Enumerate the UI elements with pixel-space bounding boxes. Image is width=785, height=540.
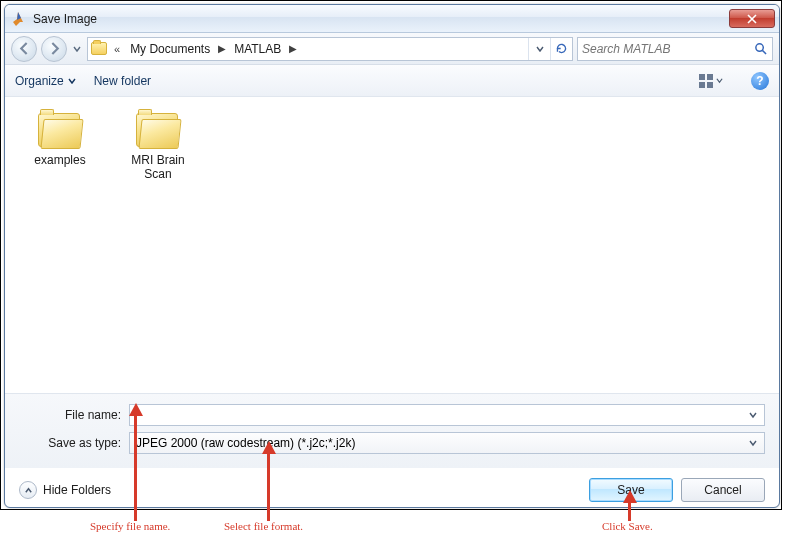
address-dropdown[interactable]: [528, 38, 550, 60]
arrow-right-icon: [48, 42, 61, 55]
save-form: File name: Save as type: JPEG 2000 (raw …: [5, 393, 779, 468]
chevron-down-icon: [536, 45, 544, 53]
forward-button[interactable]: [41, 36, 67, 62]
organize-menu[interactable]: Organize: [15, 74, 76, 88]
folder-icon: [88, 38, 110, 60]
refresh-icon: [555, 42, 568, 55]
chevron-down-icon: [73, 45, 81, 53]
filename-field[interactable]: [129, 404, 765, 426]
search-box[interactable]: [577, 37, 773, 61]
file-list[interactable]: examples MRI Brain Scan: [5, 97, 779, 393]
chevron-down-icon: [749, 411, 757, 419]
chevron-right-icon: ▶: [216, 43, 228, 54]
folder-mri-brain-scan[interactable]: MRI Brain Scan: [121, 109, 195, 182]
chevron-down-icon: [68, 77, 76, 85]
nav-history-dropdown[interactable]: [71, 45, 83, 53]
svg-line-3: [762, 50, 766, 54]
organize-label: Organize: [15, 74, 64, 88]
view-options-button[interactable]: [695, 71, 727, 91]
action-bar: Hide Folders Save Cancel: [5, 468, 779, 508]
nav-bar: « My Documents ▶ MATLAB ▶: [5, 33, 779, 65]
matlab-icon: [11, 11, 27, 27]
annotation-label-filetype: Select file format.: [224, 520, 303, 532]
filename-input[interactable]: [134, 408, 746, 422]
chevron-down-icon: [716, 77, 723, 84]
search-icon: [752, 41, 768, 57]
crumb-prefix: «: [110, 43, 124, 55]
filetype-value: JPEG 2000 (raw codestream) (*.j2c;*.j2k): [134, 436, 746, 450]
filetype-dropdown[interactable]: [746, 439, 760, 447]
folder-icon: [36, 109, 84, 149]
grid-icon: [699, 74, 713, 88]
address-bar[interactable]: « My Documents ▶ MATLAB ▶: [87, 37, 573, 61]
folder-label: examples: [34, 153, 85, 167]
titlebar: Save Image: [5, 5, 779, 33]
chevron-down-icon: [749, 439, 757, 447]
help-button[interactable]: ?: [751, 72, 769, 90]
filename-dropdown[interactable]: [746, 411, 760, 419]
back-button[interactable]: [11, 36, 37, 62]
toolbar: Organize New folder ?: [5, 65, 779, 97]
hide-folders-label: Hide Folders: [43, 483, 111, 497]
folder-examples[interactable]: examples: [23, 109, 97, 167]
annotation-label-filename: Specify file name.: [90, 520, 170, 532]
annotation-label-save: Click Save.: [602, 520, 653, 532]
arrow-left-icon: [18, 42, 31, 55]
filetype-label: Save as type:: [19, 436, 129, 450]
breadcrumb-my-documents[interactable]: My Documents: [124, 38, 216, 60]
refresh-button[interactable]: [550, 38, 572, 60]
filename-label: File name:: [19, 408, 129, 422]
cancel-button[interactable]: Cancel: [681, 478, 765, 502]
window-title: Save Image: [33, 12, 97, 26]
save-image-dialog: Save Image « My Documents ▶ MATLAB: [4, 4, 780, 508]
folder-label: MRI Brain Scan: [121, 153, 195, 182]
search-input[interactable]: [582, 42, 752, 56]
svg-point-2: [755, 44, 762, 51]
chevron-up-icon: [24, 486, 33, 495]
new-folder-button[interactable]: New folder: [94, 74, 151, 88]
help-icon: ?: [756, 74, 763, 88]
close-button[interactable]: [729, 9, 775, 28]
hide-folders-button[interactable]: Hide Folders: [19, 481, 111, 499]
chevron-right-icon: ▶: [287, 43, 299, 54]
breadcrumb-matlab[interactable]: MATLAB: [228, 38, 287, 60]
folder-icon: [134, 109, 182, 149]
close-icon: [747, 14, 757, 24]
filetype-field[interactable]: JPEG 2000 (raw codestream) (*.j2c;*.j2k): [129, 432, 765, 454]
